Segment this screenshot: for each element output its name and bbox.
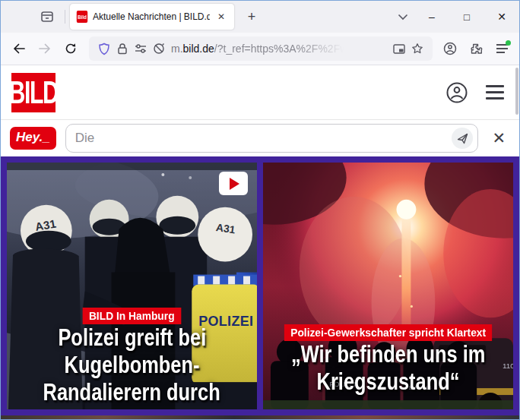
- account-button[interactable]: [439, 37, 461, 60]
- card-text-overlay: Polizei-Gewerkschafter spricht Klartext …: [263, 324, 513, 396]
- headline-line: Kugelbomben-: [7, 352, 257, 379]
- url-domain: bild.de: [183, 43, 214, 55]
- reload-icon: [65, 43, 77, 55]
- browser-tab[interactable]: Bild Aktuelle Nachrichten | BILD.de ✕: [70, 4, 234, 30]
- search-submit-button[interactable]: [452, 128, 473, 149]
- site-menu-button[interactable]: [481, 79, 509, 106]
- next-teaser-sliver: [1, 415, 519, 420]
- card-text-overlay: BILD In Hamburg Polizei greift bei Kugel…: [7, 308, 257, 406]
- firefox-view-icon: [40, 10, 54, 24]
- tracking-shield-icon[interactable]: [95, 43, 113, 55]
- maximize-button[interactable]: □: [449, 1, 484, 33]
- headline-line: Randalierern durch: [7, 379, 257, 406]
- window-close-button[interactable]: ✕: [484, 1, 519, 33]
- kicker-badge: BILD In Hamburg: [83, 308, 181, 324]
- minimize-button[interactable]: –: [414, 1, 449, 33]
- forward-button[interactable]: [33, 36, 57, 61]
- lock-icon[interactable]: [113, 43, 132, 55]
- hey-badge[interactable]: Hey._: [10, 127, 56, 150]
- url-bar[interactable]: m.bild.de/?t_ref=https%3A%2F%2Fw: [89, 36, 433, 61]
- firefox-view-button[interactable]: [36, 6, 59, 27]
- article-card-hamburg[interactable]: A31 A31 POLIZEI BILD In Hamburg Polizei …: [7, 163, 257, 409]
- reload-button[interactable]: [59, 36, 83, 61]
- navigation-toolbar: m.bild.de/?t_ref=https%3A%2F%2Fw: [1, 33, 519, 65]
- headline-line: „Wir befinden uns im: [263, 341, 513, 368]
- browser-window: Bild Aktuelle Nachrichten | BILD.de ✕ + …: [0, 0, 520, 420]
- blocked-content-icon[interactable]: [150, 43, 168, 55]
- url-path: /?t_ref=https%3A%2F%2Fw: [214, 43, 347, 55]
- tab-close-icon[interactable]: ✕: [214, 10, 228, 24]
- search-row: Hey._ Die ✕: [1, 120, 519, 156]
- permissions-icon[interactable]: [132, 43, 150, 54]
- bild-favicon: Bild: [77, 11, 87, 23]
- bookmark-star-icon[interactable]: [408, 43, 426, 55]
- menu-notification-badge: [506, 40, 511, 46]
- toolbar-right-buttons: [439, 37, 513, 60]
- site-account-button[interactable]: [443, 79, 471, 106]
- teaser-band: A31 A31 POLIZEI BILD In Hamburg Polizei …: [1, 156, 519, 415]
- search-input[interactable]: Die: [65, 124, 479, 153]
- tab-separator: [65, 10, 65, 24]
- site-header: BILD: [1, 65, 519, 120]
- headline-line: Polizei greift bei: [7, 324, 257, 352]
- back-icon: [13, 43, 25, 54]
- chevron-down-icon: [398, 14, 408, 21]
- puzzle-icon: [470, 43, 483, 55]
- kicker-badge: Polizei-Gewerkschafter spricht Klartext: [284, 324, 492, 341]
- new-tab-button[interactable]: +: [240, 6, 263, 27]
- search-close-icon[interactable]: ✕: [487, 129, 510, 147]
- video-play-button[interactable]: [219, 172, 248, 195]
- headline-line: Kriegszustand“: [263, 368, 513, 396]
- play-icon: [230, 178, 239, 190]
- scrollbar-thumb[interactable]: [515, 68, 518, 115]
- user-icon: [445, 81, 468, 104]
- bild-logo[interactable]: BILD: [11, 73, 55, 112]
- article-card-kriegszustand[interactable]: 110 POLIZEI BY 5413 Polizei-Gewerkschaft…: [263, 163, 513, 409]
- app-menu-button[interactable]: [490, 37, 513, 60]
- tab-title: Aktuelle Nachrichten | BILD.de: [93, 11, 210, 22]
- picture-in-picture-icon[interactable]: [390, 44, 408, 54]
- tab-bar: Bild Aktuelle Nachrichten | BILD.de ✕ + …: [1, 1, 519, 33]
- url-text[interactable]: m.bild.de/?t_ref=https%3A%2F%2Fw: [171, 43, 390, 55]
- search-value: Die: [75, 131, 452, 146]
- back-button[interactable]: [7, 36, 31, 61]
- account-icon: [443, 42, 457, 55]
- list-all-tabs-button[interactable]: [392, 6, 414, 27]
- url-subdomain: m.: [171, 43, 183, 55]
- send-icon: [457, 133, 468, 144]
- site-hamburger-icon: [486, 85, 504, 99]
- forward-icon: [39, 43, 51, 54]
- extensions-button[interactable]: [465, 37, 487, 60]
